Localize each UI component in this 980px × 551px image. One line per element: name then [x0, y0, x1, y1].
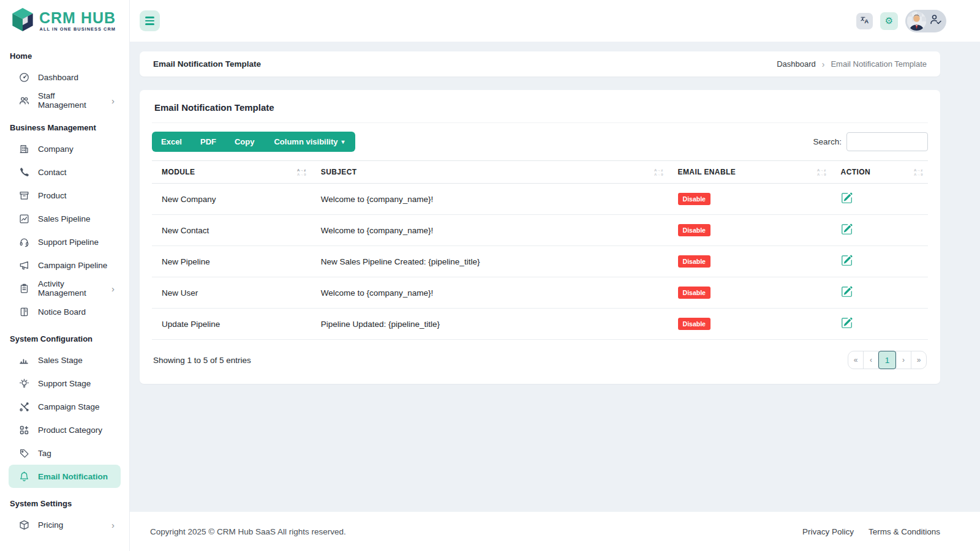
table-search: Search: [813, 132, 928, 151]
bar-chart-icon [19, 355, 29, 365]
sidebar-item-email-notification[interactable]: Email Notification [9, 465, 121, 488]
privacy-policy-link[interactable]: Privacy Policy [802, 527, 854, 536]
email-enable-badge[interactable]: Disable [678, 287, 710, 299]
sidebar-item-contact[interactable]: Contact [9, 160, 121, 184]
sidebar-item-label: Contact [38, 168, 67, 177]
column-visibility-button[interactable]: Column visibility ▾ [263, 132, 355, 152]
terms-conditions-link[interactable]: Terms & Conditions [869, 527, 940, 536]
edit-icon[interactable] [841, 255, 853, 266]
copy-button[interactable]: Copy [225, 132, 264, 152]
section-heading: System Configuration [0, 327, 129, 348]
column-header-email-enable[interactable]: EMAIL ENABLE A→zA→9 [668, 161, 831, 184]
pagination-last-button[interactable]: » [911, 351, 927, 369]
email-enable-badge[interactable]: Disable [678, 318, 710, 330]
table-toolbar: Excel PDF Copy Column visibility ▾ Searc… [152, 132, 928, 152]
dashboard-icon [19, 72, 29, 83]
column-header-action[interactable]: ACTION A→zA→9 [831, 161, 928, 184]
edit-icon[interactable] [841, 286, 853, 298]
sidebar-item-support-stage[interactable]: Support Stage [9, 372, 121, 395]
pdf-button[interactable]: PDF [191, 132, 225, 152]
sidebar-item-sales-stage[interactable]: Sales Stage [9, 348, 121, 372]
svg-text:A→z: A→z [817, 168, 826, 172]
svg-text:A→9: A→9 [654, 173, 663, 176]
edit-icon[interactable] [841, 317, 853, 329]
sidebar-item-label: Activity Management [38, 279, 103, 298]
table-footer: Showing 1 to 5 of 5 entries « ‹ 1 › » [152, 351, 928, 369]
subject-cell: Welcome to {company_name}! [311, 184, 668, 215]
pagination-page-1[interactable]: 1 [878, 351, 896, 369]
pagination-first-button[interactable]: « [848, 351, 864, 369]
column-header-subject[interactable]: SUBJECT A→zA→9 [311, 161, 668, 184]
module-cell: New Pipeline [152, 246, 311, 277]
translate-button[interactable]: A [856, 13, 873, 29]
sort-icon: A→zA→9 [654, 168, 663, 177]
lightbulb-icon [19, 378, 29, 389]
section-heading: System Settings [0, 492, 129, 513]
users-icon [19, 96, 29, 106]
sidebar-item-campaign-stage[interactable]: Campaign Stage [9, 395, 121, 418]
bell-icon [19, 471, 29, 482]
sidebar-item-support-pipeline[interactable]: Support Pipeline [9, 230, 121, 253]
email-enable-badge[interactable]: Disable [678, 193, 710, 205]
breadcrumb-separator-icon: › [822, 59, 825, 69]
email-template-table: MODULE A→zA→9 SUBJECT A→zA→9 EMAIL ENABL… [152, 160, 928, 340]
sidebar-item-notice-board[interactable]: Notice Board [9, 300, 121, 323]
copyright-text: Copyright 2025 © CRM Hub SaaS All rights… [150, 527, 346, 536]
table-header-row: MODULE A→zA→9 SUBJECT A→zA→9 EMAIL ENABL… [152, 161, 928, 184]
sidebar-item-product-category[interactable]: Product Category [9, 418, 121, 441]
card-header: Email Notification Template [152, 90, 928, 123]
chart-line-icon [19, 214, 29, 224]
module-cell: New User [152, 277, 311, 309]
subject-cell: Pipeline Updated: {pipeline_title} [311, 309, 668, 340]
breadcrumb-dashboard-link[interactable]: Dashboard [777, 59, 816, 69]
settings-button[interactable]: ⚙ [880, 12, 898, 30]
search-label: Search: [813, 137, 842, 146]
breadcrumb-current: Email Notification Template [831, 59, 927, 69]
sidebar-item-pricing[interactable]: Pricing › [9, 513, 121, 536]
sidebar-item-label: Notice Board [38, 307, 86, 317]
edit-icon[interactable] [841, 192, 853, 204]
sidebar-item-label: Staff Management [38, 91, 103, 110]
sidebar-item-label: Company [38, 144, 74, 154]
sidebar-item-company[interactable]: Company [9, 137, 121, 160]
footer: Copyright 2025 © CRM Hub SaaS All rights… [130, 512, 980, 551]
edit-icon[interactable] [841, 223, 853, 235]
sidebar-section-system-configuration: System Configuration Sales Stage Support… [0, 327, 129, 488]
email-enable-badge[interactable]: Disable [678, 255, 710, 268]
menu-toggle-button[interactable] [140, 10, 160, 31]
excel-button[interactable]: Excel [152, 132, 191, 152]
entries-summary: Showing 1 to 5 of 5 entries [153, 356, 251, 365]
search-input[interactable] [846, 132, 928, 151]
sort-icon: A→zA→9 [817, 168, 826, 177]
sidebar-item-dashboard[interactable]: Dashboard [9, 66, 121, 89]
column-header-module[interactable]: MODULE A→zA→9 [152, 161, 311, 184]
sidebar-item-label: Campaign Stage [38, 402, 100, 411]
sidebar-item-tag[interactable]: Tag [9, 441, 121, 465]
table-row: Update Pipeline Pipeline Updated: {pipel… [152, 309, 928, 340]
pagination: « ‹ 1 › » [848, 351, 927, 369]
footer-links: Privacy Policy Terms & Conditions [802, 527, 940, 536]
sidebar-item-staff-management[interactable]: Staff Management › [9, 89, 121, 112]
sidebar-item-sales-pipeline[interactable]: Sales Pipeline [9, 207, 121, 230]
sidebar-section-system-settings: System Settings Pricing › [0, 492, 129, 536]
sidebar-item-product[interactable]: Product [9, 184, 121, 207]
avatar [907, 12, 926, 31]
person-check-icon [930, 13, 942, 28]
sidebar-item-activity-management[interactable]: Activity Management › [9, 277, 121, 300]
sidebar-item-label: Sales Pipeline [38, 214, 91, 223]
brand-logo[interactable]: CRM HUB ALL IN ONE BUSINESS CRM [0, 0, 129, 40]
module-cell: New Contact [152, 215, 311, 246]
pagination-prev-button[interactable]: ‹ [863, 351, 879, 369]
translate-icon: A [860, 15, 870, 27]
email-enable-badge[interactable]: Disable [678, 224, 710, 236]
svg-text:A: A [864, 18, 869, 24]
svg-text:A→z: A→z [654, 168, 663, 172]
svg-text:A→9: A→9 [297, 173, 306, 176]
profile-menu[interactable] [905, 10, 946, 32]
sidebar-item-campaign-pipeline[interactable]: Campaign Pipeline [9, 253, 121, 277]
pagination-next-button[interactable]: › [895, 351, 911, 369]
sidebar-section-business-management: Business Management Company Contact Prod… [0, 116, 129, 323]
chevron-right-icon: › [111, 284, 115, 293]
cube-logo-icon [11, 7, 34, 34]
subject-cell: Welcome to {company_name}! [311, 277, 668, 309]
